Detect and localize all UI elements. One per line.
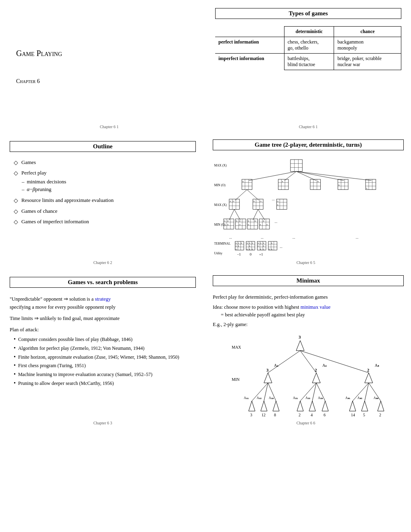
cell-chess: chess, checkers,go, othello <box>284 37 334 54</box>
list-item: ◇ Resource limits and approximate evalua… <box>14 197 196 204</box>
slide-minimax: Minimax Perfect play for deterministic, … <box>206 269 411 429</box>
outline-title: Outline <box>10 141 196 152</box>
max-label-2: MAX (X) <box>214 203 226 207</box>
diamond-icon: ◇ <box>14 159 18 166</box>
para-time-limits: Time limits ⇒ unlikely to find goal, mus… <box>10 314 196 322</box>
svg-text:A₁₃: A₁₃ <box>269 396 274 400</box>
svg-text:X: X <box>263 242 264 244</box>
min-row-label: MIN <box>232 377 239 382</box>
para-unpredictable: "Unpredictable" opponent ⇒ solution is a… <box>10 295 196 303</box>
svg-text:O: O <box>249 242 250 244</box>
max-node-1: XO <box>229 199 240 210</box>
bullet-item: Finite horizon, approximate evaluation (… <box>14 354 196 361</box>
svg-rect-16 <box>278 179 289 190</box>
leaf-a12 <box>261 401 267 411</box>
max-node-2: XO <box>253 199 264 210</box>
slide-game-playing: Game Playing Chapter 6 Chapter 6 1 <box>0 0 206 133</box>
table-row: perfect information chess, checkers,go, … <box>215 37 401 54</box>
bullet-item: Computer considers possible lines of pla… <box>14 336 196 343</box>
minimax-title: Minimax <box>213 275 404 286</box>
bullet-item: Machine learning to improve evaluation a… <box>14 371 196 378</box>
svg-text:X: X <box>238 245 239 247</box>
svg-text:X: X <box>248 220 249 222</box>
diamond-icon: ◇ <box>14 170 18 177</box>
game-playing-title: Game Playing <box>16 49 62 58</box>
svg-text:X: X <box>224 220 226 222</box>
svg-text:X: X <box>277 204 278 206</box>
terminal-node-2: XOX XO XO <box>246 241 255 250</box>
svg-line-150 <box>300 351 316 373</box>
games-vs-search-title: Games vs. search problems <box>10 277 196 288</box>
max-label-top: MAX (X) <box>214 164 226 167</box>
slide-types-of-games: Types of games deterministic chance perf… <box>206 0 411 133</box>
svg-line-153 <box>264 383 268 401</box>
svg-line-67 <box>258 210 265 220</box>
list-item: ◇ Games of chance <box>14 208 196 215</box>
svg-text:A₃₁: A₃₁ <box>345 396 350 400</box>
svg-text:X: X <box>255 220 256 222</box>
svg-text:X: X <box>236 220 237 222</box>
svg-text:A₂₂: A₂₂ <box>305 396 310 400</box>
svg-text:X: X <box>253 200 255 202</box>
leaf-a13 <box>273 401 279 411</box>
leaf-a11 <box>249 401 255 411</box>
svg-text:X: X <box>259 224 261 226</box>
svg-text:X: X <box>338 184 340 186</box>
games-table: deterministic chance perfect information… <box>215 26 401 70</box>
svg-line-64 <box>229 210 235 220</box>
leaf-a22 <box>309 401 316 411</box>
leaf-a31 <box>349 401 356 411</box>
svg-text:X: X <box>263 245 264 247</box>
svg-line-6 <box>284 171 296 181</box>
col-deterministic: deterministic <box>284 27 334 37</box>
para-perfect-play: Perfect play for deterministic, perfect-… <box>213 293 404 301</box>
min-label-1: MIN (O) <box>214 183 225 187</box>
svg-text:O: O <box>233 200 235 202</box>
svg-text:A₃₃: A₃₃ <box>374 396 378 400</box>
svg-text:O: O <box>260 242 261 244</box>
table-row: imperfect information battleships,blind … <box>215 54 401 70</box>
svg-text:A₂₁: A₂₁ <box>293 396 298 400</box>
svg-text:...: ... <box>261 235 264 239</box>
sub-list-item: α−β pruning <box>22 186 66 193</box>
svg-text:X: X <box>271 242 273 244</box>
games-vs-search-bullets: Computer considers possible lines of pla… <box>14 336 196 387</box>
bullet-item: Algorithm for perfect play (Zermelo, 191… <box>14 345 196 352</box>
svg-text:...: ... <box>275 220 278 224</box>
game-tree-diagram: MAX (X) MIN (O) MAX (X) MIN (O) TERMINAL… <box>213 158 404 262</box>
para-eg: E.g., 2-ply game: <box>213 321 404 328</box>
list-item: ◇ Games of imperfect information <box>14 218 196 226</box>
leaf-val-12: 12 <box>262 413 266 417</box>
svg-text:...: ... <box>229 235 232 239</box>
svg-text:O: O <box>227 220 229 222</box>
list-item: ◇ Games <box>14 159 196 166</box>
slide-outline: Outline ◇ Games ◇ Perfect play minimax d… <box>0 133 206 269</box>
svg-text:O: O <box>248 224 249 226</box>
svg-rect-22 <box>310 179 321 190</box>
svg-text:A₁₂: A₁₂ <box>257 396 262 400</box>
slide2-footer: Chapter 6 1 <box>16 125 202 129</box>
leaf-val-14: 14 <box>351 413 355 417</box>
leaf-val-2a: 2 <box>299 413 301 417</box>
slide-games-vs-search: Games vs. search problems "Unpredictable… <box>0 269 206 429</box>
utility-val-3: +1 <box>259 252 263 256</box>
a1-triangle <box>264 373 272 383</box>
leaf-val-5: 5 <box>363 413 365 417</box>
svg-text:X: X <box>242 181 244 183</box>
svg-text:A₃₂: A₃₂ <box>357 396 362 400</box>
diamond-icon: ◇ <box>14 208 18 215</box>
diamond-icon: ◇ <box>14 197 18 204</box>
leaf-val-4: 4 <box>311 413 313 417</box>
min-node-4: X <box>338 179 349 190</box>
game-tree-svg: MAX (X) MIN (O) MAX (X) MIN (O) TERMINAL… <box>213 158 404 262</box>
leaf-val-2b: 2 <box>379 413 381 417</box>
svg-text:X: X <box>227 224 229 226</box>
a3-label: A₃ <box>375 363 379 368</box>
max-node-3: XO <box>277 199 287 210</box>
cell-backgammon: backgammonmonopoly <box>334 37 401 54</box>
svg-text:A₂₃: A₂₃ <box>318 396 323 400</box>
min-label-2: MIN (O) <box>214 223 225 227</box>
bullet-item: First chess program (Turing, 1951) <box>14 362 196 369</box>
svg-text:X: X <box>282 181 283 183</box>
svg-text:O: O <box>247 248 248 250</box>
